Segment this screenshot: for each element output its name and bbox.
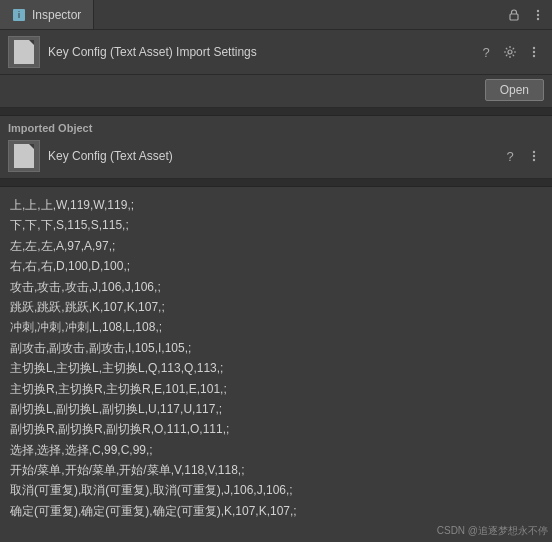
- lock-button[interactable]: [504, 5, 524, 25]
- inspector-tab-label: Inspector: [32, 8, 81, 22]
- imported-file-icon: [8, 140, 40, 172]
- svg-point-7: [533, 47, 535, 49]
- svg-point-10: [533, 151, 535, 153]
- svg-point-11: [533, 155, 535, 157]
- file-icon: [8, 36, 40, 68]
- inspector-tab[interactable]: i Inspector: [0, 0, 94, 29]
- imported-item: Key Config (Text Asset) ?: [8, 140, 544, 172]
- svg-point-3: [537, 9, 539, 11]
- imported-label: Imported Object: [8, 122, 544, 134]
- open-button[interactable]: Open: [485, 79, 544, 101]
- content-divider: [0, 179, 552, 187]
- tab-bar: i Inspector: [0, 0, 552, 30]
- svg-point-4: [537, 13, 539, 15]
- more-button[interactable]: [524, 42, 544, 62]
- settings-button[interactable]: [500, 42, 520, 62]
- svg-point-9: [533, 55, 535, 57]
- tab-menu-button[interactable]: [528, 5, 548, 25]
- content-text: 上,上,上,W,119,W,119,; 下,下,下,S,115,S,115,; …: [10, 195, 542, 521]
- svg-point-8: [533, 51, 535, 53]
- svg-point-6: [508, 50, 512, 54]
- imported-file-icon-inner: [14, 144, 34, 168]
- imported-more-button[interactable]: [524, 146, 544, 166]
- imported-section: Imported Object Key Config (Text Asset) …: [0, 116, 552, 179]
- header-title: Key Config (Text Asset) Import Settings: [48, 45, 468, 59]
- imported-actions: ?: [500, 146, 544, 166]
- watermark: CSDN @追逐梦想永不停: [437, 524, 548, 538]
- svg-text:i: i: [18, 10, 20, 20]
- tab-actions: [504, 5, 552, 25]
- help-button[interactable]: ?: [476, 42, 496, 62]
- section-divider: [0, 108, 552, 116]
- inspector-tab-icon: i: [12, 8, 26, 22]
- file-icon-inner: [14, 40, 34, 64]
- open-button-row: Open: [0, 75, 552, 108]
- svg-point-5: [537, 17, 539, 19]
- imported-title: Key Config (Text Asset): [48, 149, 492, 163]
- content-area: 上,上,上,W,119,W,119,; 下,下,下,S,115,S,115,; …: [0, 187, 552, 527]
- header-section: Key Config (Text Asset) Import Settings …: [0, 30, 552, 75]
- svg-rect-2: [510, 14, 518, 20]
- svg-point-12: [533, 159, 535, 161]
- header-actions: ?: [476, 42, 544, 62]
- imported-help-button[interactable]: ?: [500, 146, 520, 166]
